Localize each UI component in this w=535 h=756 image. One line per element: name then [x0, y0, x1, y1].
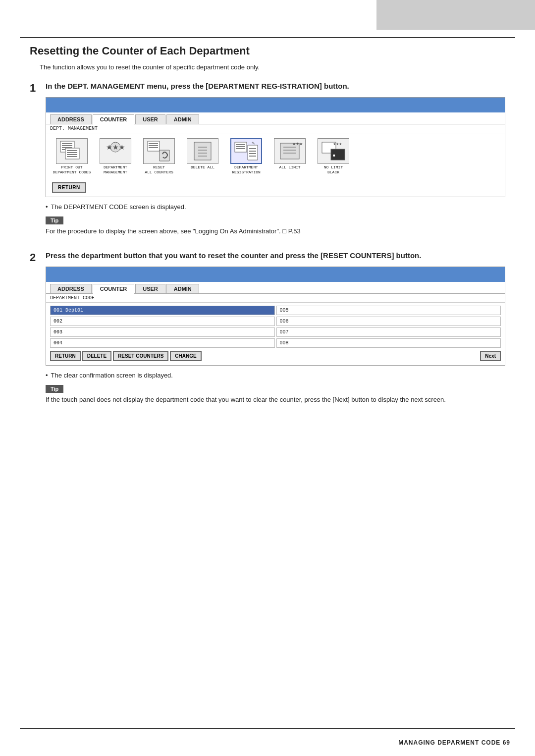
print-out-label: PRINT OUTDEPARTMENT CODES: [53, 165, 91, 174]
next-button[interactable]: Next: [480, 351, 501, 361]
dept-reg-icon: ✎: [230, 138, 262, 164]
screen-top-bar-2: [46, 267, 505, 282]
dept-cell-008[interactable]: 008: [276, 338, 501, 348]
icon-buttons-area-1: PRINT OUTDEPARTMENT CODES ★★★ DEPARTMENT…: [46, 133, 505, 179]
reset-all-icon: [143, 138, 175, 164]
step-1-content: In the DEPT. MANAGEMENT menu, press the …: [46, 81, 505, 241]
step-2-content: Press the department button that you wan…: [46, 250, 505, 410]
svg-text:✎: ✎: [252, 141, 255, 146]
no-limit-black-icon: ★★★ ■: [318, 138, 349, 164]
svg-rect-12: [148, 141, 160, 151]
dept-cell-002[interactable]: 002: [50, 317, 275, 326]
step-2: 2 Press the department button that you w…: [30, 250, 505, 410]
all-limit-label: ALL LIMIT: [279, 165, 300, 170]
dept-mgmt-icon: ★★★: [100, 138, 131, 164]
page-title: Resetting the Counter of Each Department: [30, 45, 505, 57]
dept-cell-001[interactable]: 001 Dept01: [50, 306, 275, 315]
tab-counter-2[interactable]: COUNTER: [93, 284, 134, 294]
tab-user-2[interactable]: USER: [135, 284, 165, 293]
tab-address-2[interactable]: ADDRESS: [50, 284, 92, 293]
print-out-icon: [56, 138, 88, 164]
tab-address-1[interactable]: ADDRESS: [50, 114, 92, 124]
dept-table: 001 Dept01 005 002 006 003 007 004 008 R…: [46, 303, 505, 365]
screen-top-bar-1: [46, 98, 505, 112]
dept-cell-007[interactable]: 007: [276, 327, 501, 337]
tab-user-1[interactable]: USER: [135, 114, 165, 124]
all-limit-btn[interactable]: ★★★ ALL LIMIT: [270, 138, 310, 170]
tip-label-1: Tip: [46, 216, 63, 224]
svg-text:■: ■: [333, 153, 335, 158]
svg-text:★★★: ★★★: [106, 143, 125, 151]
tab-counter-1[interactable]: COUNTER: [93, 114, 134, 124]
tip-box-2: Tip If the touch panel does not display …: [46, 384, 505, 405]
reset-all-btn[interactable]: RESETALL COUNTERS: [139, 138, 179, 174]
dept-cell-003[interactable]: 003: [50, 327, 275, 337]
bullet-note-1: The DEPARTMENT CODE screen is displayed.: [46, 203, 505, 211]
no-limit-black-btn[interactable]: ★★★ ■ NO LIMITBLACK: [314, 138, 353, 174]
dept-mgmt-label: DEPARTMENTMANAGEMENT: [104, 165, 127, 174]
print-out-btn[interactable]: PRINT OUTDEPARTMENT CODES: [52, 138, 92, 174]
screen-mockup-1: ADDRESS COUNTER USER ADMIN DEPT. MANAGEM…: [46, 97, 505, 197]
svg-text:★★★: ★★★: [333, 142, 342, 146]
step-2-number: 2: [30, 251, 46, 264]
svg-rect-5: [65, 148, 79, 159]
step-2-heading: Press the department button that you wan…: [46, 250, 505, 261]
dept-reg-label: DEPARTMENTREGISTRATION: [232, 165, 261, 174]
bottom-rule: [20, 728, 515, 729]
step-1-heading: In the DEPT. MANAGEMENT menu, press the …: [46, 81, 505, 91]
tab-admin-1[interactable]: ADMIN: [166, 114, 199, 124]
step-1-number: 1: [30, 82, 46, 95]
reset-all-label: RESETALL COUNTERS: [145, 165, 173, 174]
delete-all-label: DELETE ALL: [191, 165, 214, 170]
dept-grid: 001 Dept01 005 002 006 003 007 004 008: [50, 306, 501, 348]
svg-rect-22: [235, 142, 247, 152]
delete-all-icon: [187, 138, 218, 164]
screen-subtitle-2: DEPARTMENT CODE: [46, 294, 505, 303]
dept-cell-006[interactable]: 006: [276, 317, 501, 326]
screen-mockup-2: ADDRESS COUNTER USER ADMIN DEPARTMENT CO…: [46, 267, 505, 366]
dept-mgmt-btn[interactable]: ★★★ DEPARTMENTMANAGEMENT: [96, 138, 135, 174]
intro-text: The function allows you to reset the cou…: [40, 63, 505, 71]
screen-tabs-2: ADDRESS COUNTER USER ADMIN: [46, 282, 505, 294]
tip-text-2: If the touch panel does not display the …: [46, 395, 505, 405]
dept-cell-004[interactable]: 004: [50, 338, 275, 348]
reset-counters-button[interactable]: RESET COUNTERS: [113, 351, 168, 361]
delete-button[interactable]: DELETE: [82, 351, 111, 361]
all-limit-icon: ★★★: [274, 138, 306, 164]
top-rule: [20, 37, 515, 38]
change-button[interactable]: CHANGE: [170, 351, 201, 361]
screen-tabs-1: ADDRESS COUNTER USER ADMIN: [46, 112, 505, 124]
delete-all-btn[interactable]: DELETE ALL: [183, 138, 222, 170]
footer-text: MANAGING DEPARMENT CODE 69: [398, 739, 510, 746]
main-content: Resetting the Counter of Each Department…: [30, 45, 505, 418]
bullet-note-2: The clear confirmation screen is display…: [46, 372, 505, 379]
top-decorative-bar: [376, 0, 535, 30]
screen-subtitle-1: DEPT. MANAGEMENT: [46, 124, 505, 133]
svg-rect-17: [194, 142, 211, 160]
tip-box-1: Tip For the procedure to display the scr…: [46, 216, 505, 236]
tip-text-1: For the procedure to display the screen …: [46, 226, 505, 236]
return-button-2[interactable]: RETURN: [50, 351, 81, 361]
return-btn-area-1: RETURN: [46, 179, 505, 197]
dept-reg-btn[interactable]: ✎ DEPARTMENTREGISTRATION: [226, 138, 266, 174]
step-1: 1 In the DEPT. MANAGEMENT menu, press th…: [30, 81, 505, 241]
tab-admin-2[interactable]: ADMIN: [166, 284, 199, 293]
return-button-1[interactable]: RETURN: [52, 182, 86, 193]
no-limit-black-label: NO LIMITBLACK: [324, 165, 343, 174]
dept-cell-005[interactable]: 005: [276, 306, 501, 315]
tip-label-2: Tip: [46, 385, 63, 393]
svg-text:★★★: ★★★: [292, 142, 303, 146]
dept-action-bar: RETURN DELETE RESET COUNTERS CHANGE Next: [50, 351, 501, 361]
